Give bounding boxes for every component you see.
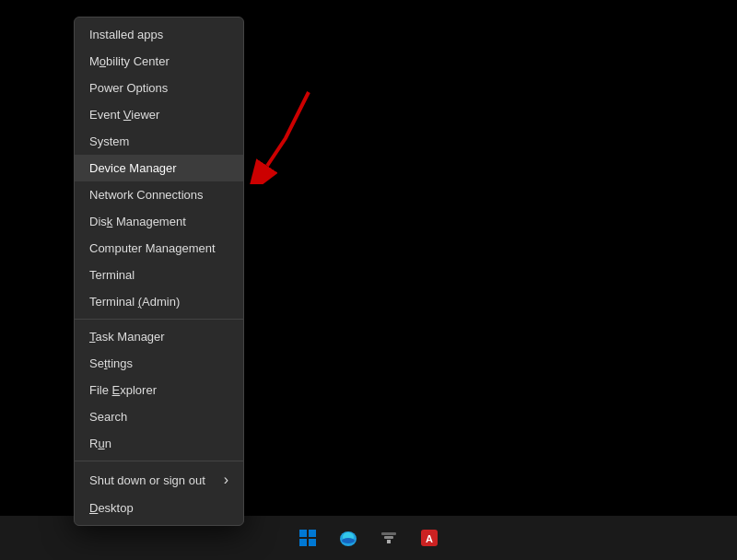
menu-item-label-device-manager: Device Manager — [89, 161, 177, 175]
menu-item-label-event-viewer: Event Viewer — [89, 108, 159, 122]
menu-item-label-task-manager: Task Manager — [89, 330, 165, 344]
menu-item-label-file-explorer: File Explorer — [89, 383, 157, 397]
menu-item-power-options[interactable]: Power Options — [75, 75, 243, 101]
menu-item-desktop[interactable]: Desktop — [75, 495, 243, 521]
menu-item-label-settings: Settings — [89, 356, 133, 370]
menu-item-shut-down[interactable]: Shut down or sign out› — [75, 465, 243, 495]
menu-item-label-desktop: Desktop — [89, 501, 134, 515]
context-menu: Installed appsMobility CenterPower Optio… — [74, 17, 244, 526]
menu-item-label-terminal: Terminal — [89, 268, 135, 282]
menu-item-mobility-center[interactable]: Mobility Center — [75, 48, 243, 75]
menu-item-label-power-options: Power Options — [89, 81, 168, 95]
menu-item-terminal[interactable]: Terminal — [75, 262, 243, 288]
edge-button[interactable] — [332, 521, 365, 554]
app4-button[interactable]: A — [413, 521, 446, 554]
menu-divider-shut-down — [75, 461, 243, 461]
menu-divider-task-manager — [75, 319, 243, 320]
menu-item-computer-management[interactable]: Computer Management — [75, 235, 243, 262]
svg-rect-1 — [299, 530, 307, 537]
svg-rect-3 — [299, 539, 307, 546]
menu-item-search[interactable]: Search — [75, 403, 243, 430]
menu-item-event-viewer[interactable]: Event Viewer — [75, 101, 243, 128]
menu-item-settings[interactable]: Settings — [75, 350, 243, 377]
menu-item-label-disk-management: Disk Management — [89, 215, 186, 228]
svg-rect-9 — [384, 536, 393, 539]
menu-item-terminal-admin[interactable]: Terminal (Admin) — [75, 288, 243, 315]
menu-item-label-mobility-center: Mobility Center — [89, 54, 170, 68]
menu-item-label-search: Search — [89, 410, 127, 424]
menu-item-device-manager[interactable]: Device Manager — [75, 155, 243, 181]
svg-rect-2 — [309, 530, 316, 537]
menu-item-run[interactable]: Run — [75, 430, 243, 457]
arrow-indicator — [230, 83, 322, 188]
menu-item-label-terminal-admin: Terminal (Admin) — [89, 295, 180, 309]
menu-item-label-system: System — [89, 134, 129, 148]
menu-item-installed-apps[interactable]: Installed apps — [75, 21, 243, 48]
menu-item-label-shut-down: Shut down or sign out — [89, 473, 205, 487]
svg-rect-8 — [387, 540, 391, 543]
menu-item-disk-management[interactable]: Disk Management — [75, 208, 243, 235]
menu-item-task-manager[interactable]: Task Manager — [75, 323, 243, 350]
submenu-arrow-shut-down: › — [224, 472, 228, 488]
start-button[interactable] — [291, 521, 324, 554]
network-button[interactable] — [372, 521, 405, 554]
menu-item-network-connections[interactable]: Network Connections — [75, 181, 243, 208]
menu-item-label-run: Run — [89, 437, 111, 450]
svg-rect-10 — [381, 532, 396, 535]
menu-item-label-installed-apps: Installed apps — [89, 28, 163, 41]
menu-item-file-explorer[interactable]: File Explorer — [75, 377, 243, 403]
svg-text:A: A — [426, 533, 433, 544]
menu-item-system[interactable]: System — [75, 128, 243, 155]
svg-point-7 — [342, 538, 355, 543]
menu-item-label-network-connections: Network Connections — [89, 188, 204, 202]
svg-rect-4 — [309, 539, 316, 546]
menu-item-label-computer-management: Computer Management — [89, 241, 216, 255]
